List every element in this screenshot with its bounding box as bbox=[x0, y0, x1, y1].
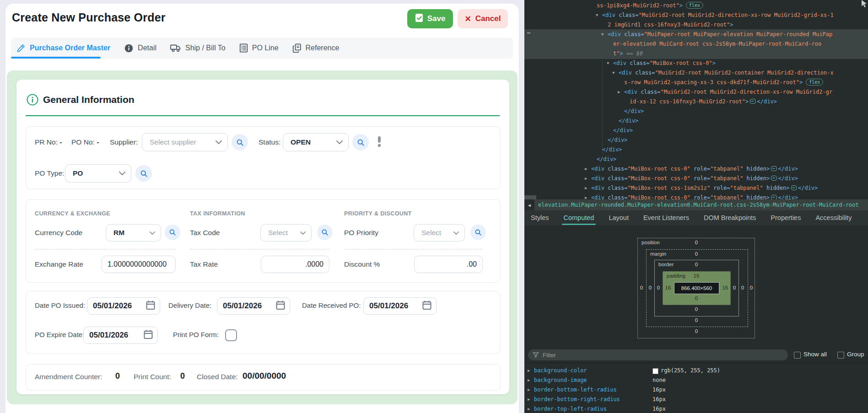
expand-closed-icon[interactable]: ▶ bbox=[585, 193, 587, 199]
breadcrumb-scroll-left-button[interactable]: ◀ bbox=[524, 199, 534, 210]
filter-input[interactable]: Filter bbox=[528, 349, 788, 360]
expand-closed-icon[interactable]: ▶ bbox=[528, 375, 530, 385]
date-po-issued-input[interactable]: 05/01/2026 bbox=[87, 297, 160, 315]
dom-tree-line[interactable]: ▶<div class="MuiGrid2-root MuiGrid2-dire… bbox=[624, 87, 832, 97]
ellipsis-expand-icon[interactable]: ⋯ bbox=[771, 176, 776, 181]
dom-tree-line[interactable]: 2 imgGird1 css-16fnxy3-MuiGrid2-root"> bbox=[608, 20, 733, 30]
expand-closed-icon[interactable]: ▶ bbox=[618, 87, 620, 97]
tax-rate-input[interactable]: .0000 bbox=[261, 256, 329, 273]
dom-tree-line[interactable]: </div> bbox=[613, 126, 633, 135]
dom-tree-line[interactable]: id-xs-12 css-16fnxy3-MuiGrid2-root">⋯</d… bbox=[630, 97, 777, 107]
discount-label: Discount % bbox=[344, 260, 380, 269]
po-priority-search-button[interactable] bbox=[470, 225, 486, 240]
discount-input[interactable]: .00 bbox=[414, 256, 483, 273]
currency-code-select[interactable]: RM bbox=[106, 224, 161, 241]
devtools-tab-computed[interactable]: Computed bbox=[564, 210, 594, 225]
dom-tree-line[interactable]: ▶<div class="MuiBox-root css-0" role="ta… bbox=[591, 193, 798, 199]
breadcrumb-selector[interactable]: elevation.MuiPaper-rounded.MuiPaper-elev… bbox=[538, 199, 859, 210]
property-value: 16px bbox=[652, 385, 666, 395]
devtools-tab-event-listeners[interactable]: Event Listeners bbox=[643, 210, 689, 225]
ellipsis-expand-icon[interactable]: ⋯ bbox=[771, 166, 776, 171]
code-segment: class= bbox=[626, 60, 650, 66]
tab-ship-bill-to[interactable]: Ship / Bill To bbox=[170, 43, 226, 53]
dom-tree-line[interactable]: ss-1pi8xg4-MuiGrid2-root">flex bbox=[597, 1, 703, 11]
show-all-checkbox[interactable] bbox=[794, 352, 801, 359]
devtools-tab-properties[interactable]: Properties bbox=[771, 210, 801, 225]
position-right: 0 bbox=[750, 285, 753, 290]
margin-right: 0 bbox=[741, 285, 744, 290]
devtools-tab-layout[interactable]: Layout bbox=[609, 210, 629, 225]
dom-tree-line[interactable]: </div> bbox=[619, 116, 638, 126]
expand-closed-icon[interactable]: ▶ bbox=[585, 164, 587, 174]
selected-line-gutter-dots[interactable]: ⋯ bbox=[527, 30, 530, 36]
exchange-rate-input[interactable]: 1.0000000000000 bbox=[102, 256, 176, 273]
expand-closed-icon[interactable]: ▶ bbox=[585, 183, 587, 193]
tab-reference[interactable]: Reference bbox=[292, 43, 340, 53]
expand-closed-icon[interactable]: ▶ bbox=[528, 385, 530, 395]
color-swatch[interactable] bbox=[652, 368, 658, 374]
horizontal-scrollbar-thumb[interactable] bbox=[524, 195, 536, 199]
ellipsis-expand-icon[interactable]: ⋯ bbox=[791, 185, 797, 190]
expand-open-icon[interactable]: ▼ bbox=[596, 11, 598, 20]
tab-po-line[interactable]: PO Line bbox=[239, 43, 279, 53]
delivery-date-input[interactable]: 05/01/2026 bbox=[217, 297, 290, 315]
tab-detail[interactable]: Detail bbox=[124, 43, 156, 53]
po-priority-select[interactable]: Select bbox=[414, 224, 465, 241]
status-select[interactable]: OPEN bbox=[283, 133, 349, 151]
dom-tree-line[interactable]: ▼<div class="MuiPaper-root MuiPaper-elev… bbox=[608, 30, 832, 39]
code-segment: ss-1pi8xg4-MuiGrid2-root" bbox=[597, 2, 679, 9]
dom-tree-line[interactable]: s-row MuiGrid2-spacing-xs-3 css-dkd71f-M… bbox=[624, 78, 823, 87]
dom-tree-line[interactable]: ▼<div class="MuiGrid2-root MuiGrid2-cont… bbox=[619, 68, 834, 78]
property-name: background-image bbox=[534, 375, 587, 385]
computed-property-row[interactable]: ▶background-imagenone bbox=[524, 375, 868, 385]
devtools-tab-styles[interactable]: Styles bbox=[531, 210, 549, 225]
dom-tree-line[interactable]: </div> bbox=[608, 135, 627, 145]
date-received-po-input[interactable]: 05/01/2026 bbox=[363, 297, 437, 315]
ellipsis-expand-icon[interactable]: ⋯ bbox=[750, 99, 755, 104]
save-button[interactable]: Save bbox=[407, 9, 453, 28]
devtools-tab-accessibility[interactable]: Accessibility bbox=[815, 210, 852, 225]
computed-property-row[interactable]: ▶border-bottom-left-radius16px bbox=[524, 385, 868, 395]
dom-tree-line[interactable]: er-elevation0 MuiCard-root css-2s58ym-Mu… bbox=[613, 39, 821, 49]
tax-code-select[interactable]: Select bbox=[260, 224, 312, 241]
currency-code-label: Currency Code bbox=[35, 228, 82, 237]
dom-tree-line[interactable]: ▶<div class="MuiBox-root css-1sm2s1z" ro… bbox=[591, 183, 818, 193]
tab-purchase-order-master[interactable]: Purchase Order Master bbox=[16, 43, 110, 53]
calendar-icon bbox=[146, 300, 155, 312]
dom-tree-line[interactable]: t"> == $0 bbox=[613, 49, 643, 59]
status-search-button[interactable] bbox=[352, 134, 369, 150]
currency-search-button[interactable] bbox=[165, 225, 180, 240]
dom-tree-line[interactable]: </div> bbox=[624, 107, 644, 116]
tax-code-search-button[interactable] bbox=[317, 225, 333, 240]
devtools-tab-dom-breakpoints[interactable]: DOM Breakpoints bbox=[704, 210, 756, 225]
supplier-search-button[interactable] bbox=[232, 134, 248, 150]
expand-closed-icon[interactable]: ▶ bbox=[528, 366, 530, 375]
computed-property-row[interactable]: ▶border-top-left-radius16px bbox=[524, 404, 868, 413]
cancel-button[interactable]: ✕ Cancel bbox=[458, 9, 508, 28]
ellipsis-expand-icon[interactable]: ⋯ bbox=[771, 195, 776, 199]
expand-open-icon[interactable]: ▼ bbox=[612, 68, 615, 78]
computed-property-row[interactable]: ▶border-bottom-right-radius16px bbox=[524, 395, 868, 404]
dom-tree-line[interactable]: ▶<div class="MuiBox-root css-0" role="ta… bbox=[591, 174, 798, 183]
expand-closed-icon[interactable]: ▶ bbox=[528, 395, 530, 404]
tab-label: Purchase Order Master bbox=[30, 44, 110, 52]
dom-tree-line[interactable]: </div> bbox=[602, 145, 622, 155]
code-segment: > bbox=[766, 166, 770, 172]
po-type-search-button[interactable] bbox=[135, 165, 152, 182]
po-type-select[interactable]: PO bbox=[65, 164, 131, 182]
expand-open-icon[interactable]: ▼ bbox=[601, 30, 604, 39]
dom-tree-line[interactable]: ▼<div class="MuiBox-root css-0"> bbox=[613, 59, 716, 68]
expand-closed-icon[interactable]: ▶ bbox=[528, 404, 530, 413]
po-expire-date-input[interactable]: 05/01/2026 bbox=[83, 327, 158, 344]
code-segment: "MuiGrid2-root MuiGrid2-container MuiGri… bbox=[655, 70, 833, 76]
group-checkbox[interactable] bbox=[837, 352, 844, 359]
dom-tree-line[interactable]: ▶<div class="MuiBox-root css-0" role="ta… bbox=[591, 164, 798, 174]
expand-closed-icon[interactable]: ▶ bbox=[585, 174, 587, 183]
computed-property-row[interactable]: ▶background-colorrgb(255, 255, 255) bbox=[524, 366, 868, 375]
supplier-select[interactable]: Select supplier bbox=[142, 133, 228, 151]
print-po-form-checkbox[interactable] bbox=[225, 329, 237, 341]
dom-tree-line[interactable]: ▼<div class="MuiGrid2-root MuiGrid2-dire… bbox=[602, 11, 834, 20]
dom-tree-line[interactable]: </div> bbox=[597, 155, 616, 164]
section-title: General Information bbox=[43, 94, 135, 105]
expand-open-icon[interactable]: ▼ bbox=[607, 59, 609, 68]
